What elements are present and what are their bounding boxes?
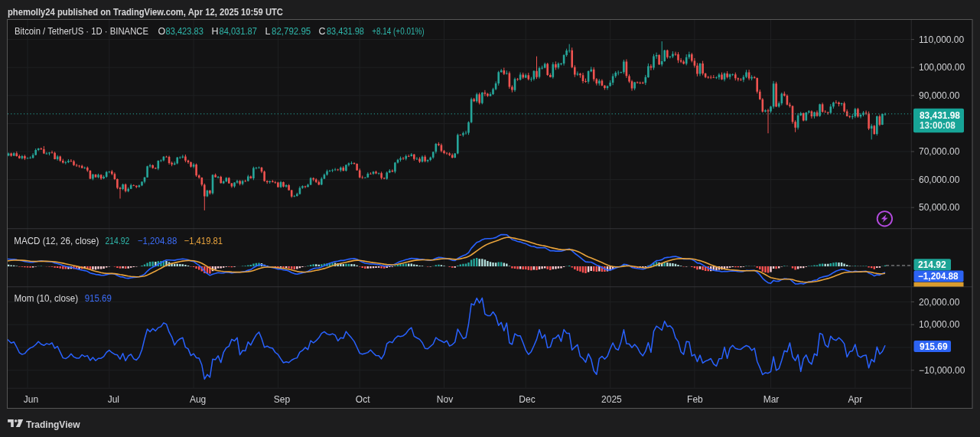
svg-text:Feb: Feb bbox=[687, 394, 703, 405]
svg-text:915.69: 915.69 bbox=[920, 341, 948, 352]
svg-text:20,000.00: 20,000.00 bbox=[919, 297, 960, 308]
svg-text:84,031.87: 84,031.87 bbox=[220, 26, 257, 37]
svg-text:−1,204.88: −1,204.88 bbox=[138, 236, 177, 246]
svg-text:70,000.00: 70,000.00 bbox=[919, 146, 960, 157]
svg-text:L: L bbox=[265, 26, 271, 37]
svg-text:915.69: 915.69 bbox=[85, 293, 112, 304]
svg-text:−1,204.88: −1,204.88 bbox=[918, 271, 959, 282]
svg-text:Apr: Apr bbox=[848, 394, 862, 405]
svg-text:Aug: Aug bbox=[190, 394, 206, 405]
svg-text:Bitcoin / TetherUS · 1D · BINA: Bitcoin / TetherUS · 1D · BINANCE bbox=[15, 26, 148, 37]
svg-text:110,000.00: 110,000.00 bbox=[919, 34, 964, 45]
svg-text:Nov: Nov bbox=[437, 394, 453, 405]
svg-text:83,431.98: 83,431.98 bbox=[920, 109, 960, 121]
svg-text:C: C bbox=[319, 26, 326, 37]
svg-text:Mom (10, close): Mom (10, close) bbox=[15, 293, 79, 304]
svg-text:214.92: 214.92 bbox=[106, 236, 130, 246]
svg-text:Oct: Oct bbox=[356, 394, 370, 405]
svg-text:13:00:08: 13:00:08 bbox=[920, 120, 956, 131]
svg-text:Sep: Sep bbox=[274, 394, 291, 405]
svg-text:100,000.00: 100,000.00 bbox=[919, 62, 965, 73]
svg-text:60,000.00: 60,000.00 bbox=[919, 174, 960, 185]
svg-text:+8.14 (+0.01%): +8.14 (+0.01%) bbox=[372, 26, 424, 37]
svg-text:−10,000.00: −10,000.00 bbox=[919, 365, 965, 376]
svg-text:90,000.00: 90,000.00 bbox=[919, 90, 960, 101]
svg-text:Dec: Dec bbox=[519, 394, 535, 405]
svg-text:83,431.98: 83,431.98 bbox=[327, 26, 364, 37]
svg-text:83,423.83: 83,423.83 bbox=[166, 26, 203, 37]
svg-text:O: O bbox=[158, 26, 166, 37]
svg-text:phemolly24 published on Tradin: phemolly24 published on TradingView.com,… bbox=[8, 7, 283, 18]
svg-text:Mar: Mar bbox=[763, 394, 780, 405]
svg-text:2025: 2025 bbox=[601, 394, 622, 405]
svg-text:Jun: Jun bbox=[24, 394, 38, 405]
svg-text:MACD (12, 26, close): MACD (12, 26, close) bbox=[14, 236, 99, 246]
svg-text:H: H bbox=[212, 26, 219, 37]
svg-text:Jul: Jul bbox=[108, 394, 119, 405]
svg-text:50,000.00: 50,000.00 bbox=[919, 202, 960, 213]
svg-text:10,000.00: 10,000.00 bbox=[919, 319, 960, 330]
svg-text:−1,419.81: −1,419.81 bbox=[184, 236, 223, 246]
svg-text:214.92: 214.92 bbox=[918, 259, 946, 270]
svg-text:82,792.95: 82,792.95 bbox=[272, 26, 311, 37]
svg-text:TradingView: TradingView bbox=[26, 419, 80, 430]
